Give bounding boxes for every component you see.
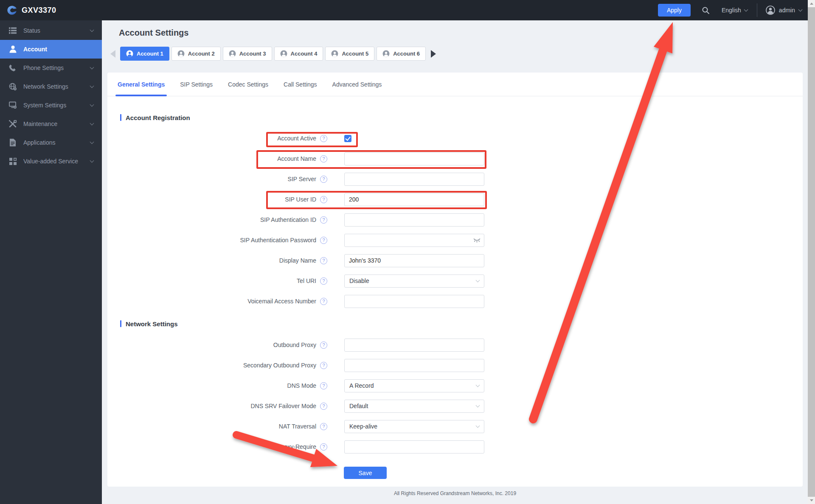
sidebar-item-value-added-service[interactable]: Value-added Service [0,152,102,171]
person-icon [229,50,236,57]
account-name-input[interactable] [344,152,484,165]
help-icon[interactable]: ? [320,362,327,369]
chevron-down-icon [90,65,94,70]
person-icon [177,50,185,57]
search-icon[interactable] [702,6,710,14]
sidebar-item-label: Value-added Service [23,158,90,165]
sip-server-input[interactable] [344,173,484,186]
tab-account-1[interactable]: Account 1 [120,47,169,61]
username-label: admin [779,7,795,14]
sidebar-item-maintenance[interactable]: Maintenance [0,115,102,133]
sidebar-item-applications[interactable]: Applications [0,133,102,152]
form-row-outbound-proxy: Outbound Proxy ? [107,335,803,355]
chevron-down-icon [90,103,94,107]
help-icon[interactable]: ? [320,257,327,264]
grid-icon [8,157,17,165]
help-icon[interactable]: ? [320,423,327,430]
tab-account-5[interactable]: Account 5 [325,47,374,61]
section-accent-bar [120,114,121,121]
voicemail-access-number-input[interactable] [344,295,484,308]
sidebar-item-status[interactable]: Status [0,21,102,40]
save-button[interactable]: Save [344,467,387,479]
chevron-down-icon [744,8,748,12]
tab-advanced-settings[interactable]: Advanced Settings [332,73,382,96]
sidebar-item-label: Account [23,46,93,53]
user-menu[interactable]: admin [766,6,802,15]
section-account-registration: Account Registration [120,113,803,122]
nat-traversal-select[interactable]: Keep-alive [344,420,484,433]
form-row-proxy-require: Proxy-Require ? [107,437,803,457]
form-row-dns-srv-failover-mode: DNS SRV Failover Mode ? Default [107,396,803,416]
account-active-checkbox[interactable] [344,135,351,142]
scroll-down-arrow-icon[interactable] [808,497,815,504]
language-dropdown[interactable]: English [722,7,748,14]
tab-account-4[interactable]: Account 4 [274,47,323,61]
eye-off-icon[interactable] [473,237,481,245]
dns-mode-selected-value: A Record [349,382,374,389]
apply-button[interactable]: Apply [658,4,691,17]
section-accent-bar [120,320,121,327]
chevron-down-icon [90,140,94,144]
top-bar: GXV3370 Apply English admin [0,0,808,20]
sip-authentication-id-input[interactable] [344,213,484,227]
chevron-down-icon [90,121,94,126]
display-name-input[interactable] [344,254,484,267]
help-icon[interactable]: ? [320,277,327,285]
dns-srv-failover-mode-select[interactable]: Default [344,400,484,413]
dns-mode-select[interactable]: A Record [344,379,484,392]
form-row-dns-mode: DNS Mode ? A Record [107,375,803,396]
next-accounts-chevron-icon[interactable] [431,50,436,58]
account-tab-label: Account 6 [393,50,420,57]
account-tab-label: Account 4 [291,50,318,57]
list-icon [8,26,17,35]
scroll-up-arrow-icon[interactable] [808,0,815,7]
scrollbar-thumb[interactable] [808,7,815,497]
help-icon[interactable]: ? [320,298,327,305]
divider [757,3,757,17]
secondary-outbound-proxy-input[interactable] [344,359,484,372]
page-title: Account Settings [119,28,188,38]
help-icon[interactable]: ? [320,382,327,389]
help-icon[interactable]: ? [320,342,327,349]
help-icon[interactable]: ? [320,196,327,203]
sidebar-item-network-settings[interactable]: Network Settings [0,77,102,96]
person-icon [382,50,390,57]
tab-account-2[interactable]: Account 2 [171,47,221,61]
tab-general-settings[interactable]: General Settings [118,73,165,96]
outbound-proxy-input[interactable] [344,339,484,352]
chevron-down-icon [90,159,94,163]
form-row-account-name: Account Name ? [107,148,803,169]
sidebar-item-system-settings[interactable]: System Settings [0,96,102,115]
tel-uri-select[interactable]: Disable [344,274,484,288]
tab-call-settings[interactable]: Call Settings [284,73,317,96]
vertical-scrollbar[interactable] [808,0,815,504]
sidebar: Status Account Phone Settings Network Se… [0,20,102,504]
form-row-nat-traversal: NAT Traversal ? Keep-alive [107,416,803,437]
form-row-secondary-outbound-proxy: Secondary Outbound Proxy ? [107,355,803,375]
help-icon[interactable]: ? [320,403,327,410]
sidebar-item-label: Applications [23,139,90,146]
help-icon[interactable]: ? [320,237,327,244]
chevron-down-icon [476,403,480,407]
tab-account-6[interactable]: Account 6 [377,47,426,61]
help-icon[interactable]: ? [320,155,327,162]
help-icon[interactable]: ? [320,176,327,183]
form-row-voicemail-access-number: Voicemail Access Number ? [107,291,803,311]
sidebar-item-account[interactable]: Account [0,40,102,59]
help-icon[interactable]: ? [320,216,327,224]
tab-account-3[interactable]: Account 3 [223,47,272,61]
form-row-sip-authentication-id: SIP Authentication ID ? [107,210,803,230]
brand: GXV3370 [0,5,102,16]
document-icon [8,138,17,147]
sip-authentication-password-input[interactable] [344,234,484,247]
sidebar-item-phone-settings[interactable]: Phone Settings [0,59,102,77]
tab-sip-settings[interactable]: SIP Settings [180,73,213,96]
account-tab-label: Account 3 [239,50,266,57]
tab-codec-settings[interactable]: Codec Settings [228,73,268,96]
help-icon[interactable]: ? [320,135,327,142]
help-icon[interactable]: ? [320,443,327,451]
proxy-require-input[interactable] [344,440,484,454]
footer-copyright: All Rights Reserved Grandstream Networks… [107,490,803,496]
prev-accounts-chevron-icon[interactable] [110,50,115,58]
sip-user-id-input[interactable] [344,193,484,206]
